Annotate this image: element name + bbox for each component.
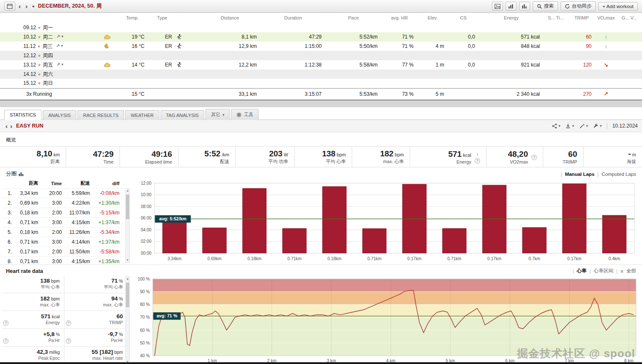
edit-tools-button[interactable]: ▾: [579, 123, 588, 129]
help-icon[interactable]: ?: [3, 338, 8, 344]
hr-view-button[interactable]: 心率: [577, 268, 586, 274]
calendar-icon[interactable]: [4, 2, 15, 11]
share-button[interactable]: ▾: [552, 123, 561, 129]
cell-elev: 1 m: [417, 60, 448, 69]
computed-laps-toggle[interactable]: Computed Laps: [602, 172, 636, 177]
next-workout-button[interactable]: ›: [9, 123, 14, 129]
chart-view-2-icon[interactable]: [519, 2, 530, 11]
tab-statistics[interactable]: STATISTICS: [4, 110, 42, 120]
stat-distance: 8,10km距离: [0, 147, 66, 167]
bottom-edge-strip: [0, 362, 642, 364]
lap-row[interactable]: 2.0,69 km3:004:22/km+1:30/km: [3, 198, 122, 208]
add-workout-button[interactable]: + Add workout: [598, 2, 638, 11]
help-icon[interactable]: ?: [3, 320, 8, 326]
summary-avg-hr: 73 %: [381, 88, 417, 100]
trend-up-icon: ↑: [476, 151, 479, 158]
scroll-down-icon: ▼: [126, 258, 129, 262]
gear-icon: [236, 112, 242, 117]
day-name: 周二: [43, 34, 53, 40]
chart-view-icon[interactable]: [506, 2, 517, 11]
next-week-button[interactable]: ›: [24, 3, 29, 9]
scroll-up-icon: ▲: [126, 277, 129, 281]
svg-text:04:00: 04:00: [141, 228, 152, 232]
stat-energy: 571kcalEnergy ↑?: [410, 147, 486, 167]
heart-icon: ♥: [38, 63, 41, 67]
table-row-thursday[interactable]: 12.12♥周四: [0, 51, 642, 60]
tab-other[interactable]: 其它▾: [206, 109, 230, 120]
manual-laps-toggle[interactable]: Manual Laps: [565, 172, 595, 177]
cell-energy: 921 kcal: [479, 60, 544, 69]
hr-chart-container[interactable]: 100 %90 %80 %70 %60 %50 %40 %1 km2 km3 k…: [131, 275, 642, 364]
cell-avg-hr: 71 %: [381, 42, 417, 51]
tab-tag-analysis[interactable]: TAG ANALYSIS: [161, 110, 204, 120]
cell-duration: 1:15:00: [261, 42, 325, 51]
table-row-tuesday-selected[interactable]: 10.12♥周二▾ 19 °C ER 8,1 km 47:29 5:52/km …: [0, 32, 642, 42]
week-summary-panel: Temp. Type Distance Duration Pace avg. H…: [0, 13, 642, 100]
lap-row[interactable]: 6.0,71 km3:004:14/km+1:37/km: [3, 237, 122, 247]
table-row-monday[interactable]: 09.12♥周一: [0, 23, 642, 32]
running-icon: [176, 34, 182, 40]
panel-gap: [0, 100, 642, 107]
day-date: 10.12: [23, 34, 36, 40]
tab-analysis[interactable]: ANALYSIS: [43, 110, 76, 120]
help-icon[interactable]: ?: [66, 338, 71, 344]
hr-stat-energy: ?571kcalEnergy: [2, 311, 64, 329]
workout-edit-tools[interactable]: ▾: [56, 34, 64, 39]
help-icon[interactable]: ?: [531, 155, 537, 160]
svg-text:0.4km: 0.4km: [609, 256, 620, 261]
hr-stat-max-bpm: 182bpmmax. 心率: [2, 293, 64, 311]
table-row-saturday[interactable]: 14.12♥周六: [0, 69, 642, 79]
running-icon: [176, 62, 182, 68]
cell-cs: 0,0: [448, 32, 479, 42]
image-view-icon[interactable]: [492, 2, 503, 11]
svg-text:0.17km: 0.17km: [567, 256, 581, 261]
current-week-icon[interactable]: ●: [32, 4, 34, 8]
laps-col-diff: diff: [92, 179, 122, 188]
col-header-pace: Pace: [325, 13, 381, 23]
day-name: 周三: [42, 43, 53, 49]
col-header-cs: CS: [448, 13, 479, 23]
table-row-wednesday[interactable]: 11.12♥周三▾ 16 °C ER 12,9 km 1:15:00 5:50/…: [0, 42, 642, 51]
tab-race-results[interactable]: RACE RESULTS: [78, 110, 124, 120]
lap-row[interactable]: 3.0,18 km2:0011:07/km-5:15/km: [3, 208, 122, 217]
lap-pace-bar-chart[interactable]: 00:0002:0004:0006:0008:0010:0012:003.34k…: [131, 179, 639, 264]
table-row-friday[interactable]: 13.12♥周五▾ 14 °C ER 12,2 km 1:12:38 5:58/…: [0, 60, 642, 69]
cell-trimp: 60: [568, 32, 595, 42]
help-icon[interactable]: ?: [475, 158, 480, 164]
cell-temp: 19 °C: [117, 32, 148, 42]
hr-all-button[interactable]: 全部: [626, 268, 636, 274]
bar-chart-icon[interactable]: [19, 172, 24, 176]
lap-pace-chart[interactable]: 00:0002:0004:0006:0008:0010:0012:003.34k…: [131, 179, 642, 264]
lap-row[interactable]: 4.0,71 km3:004:15/km+1:37/km: [3, 217, 122, 227]
hr-line-chart[interactable]: 100 %90 %80 %70 %60 %50 %40 %1 km2 km3 k…: [131, 275, 640, 364]
laps-scrollbar[interactable]: ▲▼: [125, 188, 130, 263]
weather-cloud-icon: [104, 63, 111, 67]
workout-edit-tools[interactable]: ▾: [56, 62, 64, 67]
download-button[interactable]: ▾: [565, 123, 574, 129]
stat-elevation: -m海拔: [583, 147, 642, 167]
tab-tools[interactable]: 工具: [231, 109, 258, 120]
scrollbar-thumb: [126, 195, 129, 219]
heart-icon: ♥: [38, 25, 41, 30]
svg-text:0.18km: 0.18km: [247, 256, 261, 261]
tab-weather[interactable]: WEATHER: [125, 110, 159, 120]
auto-sync-button[interactable]: 自动同步: [561, 1, 596, 11]
workout-edit-tools[interactable]: ▾: [56, 44, 63, 48]
lap-row[interactable]: 1.3,34 km20:005:59/km-0:08/km: [3, 188, 122, 198]
help-icon[interactable]: ?: [66, 320, 71, 326]
lap-row[interactable]: 7.0,17 km2:0011:50/km-5:58/km: [3, 247, 122, 256]
prev-workout-button[interactable]: ‹: [4, 123, 9, 129]
table-row-sunday[interactable]: 15.12♥周日: [0, 79, 642, 88]
heart-icon: ♥: [38, 81, 41, 86]
hr-stats-scrollbar[interactable]: ▲▼: [125, 276, 130, 364]
svg-text:06:00: 06:00: [141, 216, 152, 220]
search-button[interactable]: 搜索: [533, 1, 558, 11]
col-header-vo2max: VO₂max: [595, 13, 617, 23]
settings-button[interactable]: ▾: [593, 123, 602, 129]
lap-row[interactable]: 5.0,18 km2:0011:26/km-5:34/km: [3, 227, 122, 237]
svg-text:0.17km: 0.17km: [487, 256, 501, 261]
share-icon: [552, 123, 557, 129]
lap-row[interactable]: 8.0,71 km3:004:15/km+1:35/km: [3, 256, 122, 264]
prev-week-button[interactable]: ‹: [17, 3, 22, 9]
hr-zones-button[interactable]: 心率区间: [594, 268, 613, 274]
